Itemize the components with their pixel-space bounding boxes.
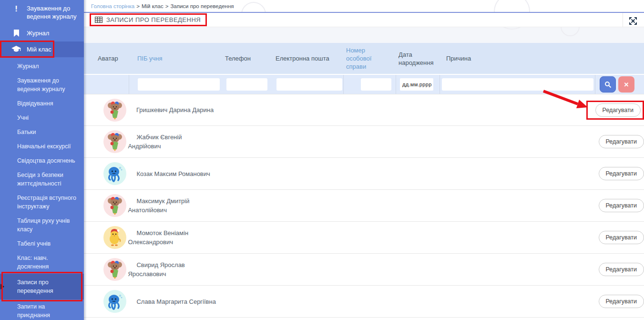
koala-avatar (103, 130, 126, 153)
student-name: Момоток Веніамін Олександрович (128, 229, 188, 246)
submenu-label: Табелі учнів (17, 240, 51, 247)
submenu-label: Зауваження до ведення журналу (17, 77, 65, 93)
student-name: Жабчик Євгеній Андрійович (128, 134, 182, 150)
file-number-filter-input[interactable] (361, 78, 391, 91)
koala-avatar (103, 194, 126, 217)
submenu-label: Запити на приєднання (17, 303, 50, 319)
submenu-item-movement-table[interactable]: Таблиця руху учнів класу (0, 214, 84, 237)
edit-button[interactable]: Редагувати (599, 199, 644, 212)
submenu-item-briefing-registration[interactable]: Реєстрація вступного інструктажу (0, 191, 84, 214)
student-name: Слава Маргарита Сергіївна (128, 298, 215, 305)
submenu-item-safety-talks[interactable]: Бесіди з безпеки життєдіяльності (0, 168, 84, 191)
annotation-rect-title: ЗАПИСИ ПРО ПЕРЕВЕДЕННЯ (90, 13, 207, 26)
submenu-label: Таблиця руху учнів класу (17, 217, 70, 233)
submenu-item-students[interactable]: Учні (0, 111, 84, 125)
filter-row: дд.мм.рррр ✕ (84, 74, 644, 94)
filter-cell-phone (224, 75, 274, 94)
exclamation-icon: ! (11, 5, 21, 13)
sidebar-item-label: Зауваження до ведення журналу (27, 4, 76, 21)
panel-header: ЗАПИСИ ПРО ПЕРЕВЕДЕННЯ (84, 12, 644, 27)
edit-button[interactable]: Редагувати (599, 263, 644, 276)
edit-button[interactable]: Редагувати (599, 231, 644, 244)
graduation-cap-icon (11, 46, 21, 53)
column-header-birth-date: Дата народження (396, 51, 440, 67)
breadcrumb-separator: > (165, 3, 169, 9)
student-name: Козак Максим Романович (128, 170, 210, 177)
table-grid-icon (95, 17, 102, 23)
bookmark-icon (11, 30, 21, 37)
submenu-item-transfer-records[interactable]: Записи про переведення (0, 274, 84, 299)
filter-cell-actions: ✕ (595, 75, 644, 94)
submenu-label: Журнал (17, 63, 39, 70)
breadcrumb-my-class[interactable]: Мій клас (142, 3, 164, 9)
table-row: Жабчик Євгеній Андрійович Редагувати (84, 126, 644, 158)
breadcrumb-separator: > (136, 3, 140, 9)
breadcrumb-current: Записи про переведення (170, 3, 234, 9)
table-header-row: Аватар ПІБ учня Телефон Електронна пошта… (84, 43, 644, 74)
edit-button[interactable]: Редагувати (595, 103, 641, 117)
submenu-item-certificates[interactable]: Свідоцтва досягнень (0, 154, 84, 168)
table-row: Свирид Ярослав Ярославович Редагувати (84, 254, 644, 286)
name-filter-input[interactable] (138, 78, 220, 91)
student-name: Гришкевич Дарина Дарина (128, 106, 214, 114)
reason-filter-input[interactable] (442, 78, 593, 91)
column-header-avatar: Аватар (91, 54, 129, 62)
submenu-label: Відвідування (17, 100, 53, 107)
submenu-item-report-cards[interactable]: Табелі учнів (0, 237, 84, 251)
submenu-item-remarks[interactable]: Зауваження до ведення журналу (0, 73, 84, 96)
submenu-label: Реєстрація вступного інструктажу (17, 195, 76, 210)
filter-cell-file-number (343, 75, 396, 94)
page-title: ЗАПИСИ ПРО ПЕРЕВЕДЕННЯ (106, 16, 201, 23)
search-button[interactable] (600, 76, 616, 93)
clear-filters-button[interactable]: ✕ (618, 76, 634, 93)
filter-cell-reason (440, 75, 595, 94)
panel-spacer (84, 27, 644, 43)
filter-cell-name (129, 75, 224, 94)
submenu-item-journal[interactable]: Журнал (0, 59, 84, 73)
column-header-student-name[interactable]: ПІБ учня (129, 54, 224, 62)
koala-avatar (103, 99, 126, 122)
submenu-label: Записи про переведення (17, 279, 53, 294)
selected-pointer-icon (0, 284, 4, 289)
date-placeholder: дд.мм.рррр (402, 82, 432, 87)
email-filter-input[interactable] (276, 78, 342, 91)
table-row: Козак Максим Романович Редагувати (84, 158, 644, 190)
sidebar-item-remarks-journal[interactable]: ! Зауваження до ведення журналу (0, 0, 84, 25)
submenu-item-parents[interactable]: Батьки (0, 125, 84, 139)
submenu-item-class-achievements[interactable]: Клас: навч. досягнення (0, 251, 84, 274)
table-row: Максимук Дмитрій Анатолійович Редагувати (84, 190, 644, 222)
filter-cell-avatar (91, 75, 129, 94)
submenu-label: Навчальні екскурсії (17, 143, 71, 150)
student-name: Свирид Ярослав Ярославович (128, 261, 184, 278)
table-row: Слава Маргарита Сергіївна Редагувати (84, 286, 644, 318)
sidebar-submenu: Журнал Зауваження до ведення журналу Від… (0, 57, 84, 320)
sidebar-item-label: Журнал (27, 29, 49, 37)
submenu-label: Батьки (17, 129, 36, 135)
filter-cell-birth-date: дд.мм.рррр (396, 75, 440, 94)
table-row: Гришкевич Дарина Дарина Редагувати (84, 94, 644, 126)
submenu-item-join-requests[interactable]: Запити на приєднання (0, 299, 84, 320)
birth-date-filter-input[interactable]: дд.мм.рррр (400, 78, 433, 91)
filter-cell-email (274, 75, 343, 94)
submenu-item-excursions[interactable]: Навчальні екскурсії (0, 139, 84, 154)
phone-filter-input[interactable] (226, 78, 267, 91)
edit-button[interactable]: Редагувати (599, 135, 644, 148)
header-divider (623, 13, 623, 27)
submenu-item-attendance[interactable]: Відвідування (0, 96, 84, 111)
table-row: Момоток Веніамін Олександрович Редагуват… (84, 222, 644, 254)
submenu-label: Бесіди з безпеки життєдіяльності (17, 172, 63, 187)
edit-button[interactable]: Редагувати (599, 295, 644, 308)
column-header-reason: Причина (440, 54, 595, 62)
sidebar-item-my-class[interactable]: Мій клас (0, 41, 84, 57)
submenu-label: Клас: навч. досягнення (17, 255, 49, 270)
student-name: Максимук Дмитрій Анатолійович (128, 197, 189, 214)
expand-arrows-icon[interactable] (628, 16, 638, 26)
submenu-label: Свідоцтва досягнень (17, 157, 75, 164)
breadcrumb-home-link[interactable]: Головна сторінка (91, 3, 134, 9)
submenu-label: Учні (17, 114, 29, 121)
edit-button[interactable]: Редагувати (599, 167, 644, 180)
sidebar-item-journal[interactable]: Журнал (0, 25, 84, 41)
column-header-file-number[interactable]: Номер особової справи (343, 46, 396, 71)
octopus-avatar (103, 162, 126, 185)
magnifier-icon (604, 81, 612, 88)
